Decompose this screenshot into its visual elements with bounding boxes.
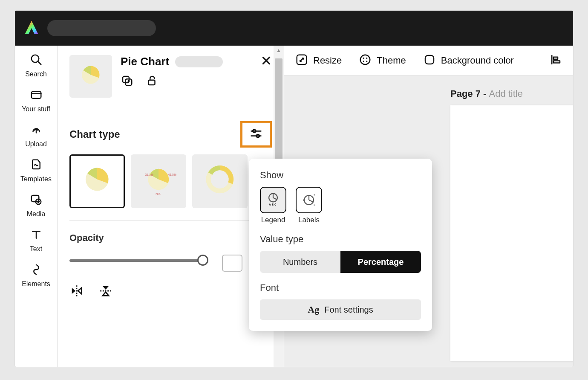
rail-label: Elements <box>22 280 50 288</box>
opacity-slider[interactable] <box>69 255 272 266</box>
adobe-logo-icon <box>23 19 40 37</box>
chart-type-pie-labeled[interactable]: 39.1%43.5%N/A <box>131 154 186 208</box>
sliders-icon <box>249 126 263 142</box>
scroll-up-arrow[interactable]: ▲ <box>274 46 284 55</box>
search-icon <box>30 53 43 68</box>
page-label[interactable]: Page 7 - Add title <box>450 88 523 99</box>
flip-horizontal-button[interactable] <box>69 284 84 300</box>
svg-rect-3 <box>31 195 39 202</box>
theme-button[interactable]: Theme <box>359 53 406 68</box>
align-icon <box>549 53 562 68</box>
value-type-numbers[interactable]: Numbers <box>260 251 340 273</box>
close-panel-button[interactable] <box>261 55 272 68</box>
rail-media[interactable]: Media <box>15 193 57 218</box>
rail-your-stuff[interactable]: Your stuff <box>15 88 57 113</box>
show-legend-toggle[interactable]: A B C Legend <box>260 187 286 224</box>
show-label: Labels <box>298 216 320 224</box>
page-number: Page 7 - <box>450 88 489 99</box>
media-icon <box>30 193 43 208</box>
show-labels-toggle[interactable]: 123 Labels <box>296 187 322 224</box>
toolbar-label: Theme <box>377 55 406 66</box>
toolbar-label: Background color <box>441 55 514 66</box>
labels-icon: 123 <box>296 187 322 213</box>
font-settings-label: Font settings <box>324 305 373 315</box>
opacity-section: Opacity <box>69 232 272 300</box>
value-type-segmented: Numbers Percentage <box>260 251 421 273</box>
rail-label: Your stuff <box>22 105 50 113</box>
rail-label: Media <box>27 210 46 218</box>
slider-track <box>69 259 206 262</box>
topbar <box>15 11 573 46</box>
rail-label: Upload <box>25 140 47 148</box>
svg-point-27 <box>366 57 367 58</box>
page-surface[interactable] <box>450 105 573 361</box>
svg-point-28 <box>363 61 364 62</box>
chart-thumbnail <box>69 55 112 98</box>
popover-show-label: Show <box>260 170 421 181</box>
resize-icon <box>295 53 308 68</box>
page-title-placeholder: Add title <box>489 88 523 99</box>
panel-title: Pie Chart <box>121 55 169 68</box>
rail-text[interactable]: Text <box>15 228 57 253</box>
rail-elements[interactable]: Elements <box>15 263 57 288</box>
opacity-input[interactable] <box>222 255 242 272</box>
left-rail: Search Your stuff Upload Templates Media… <box>15 46 58 367</box>
svg-text:3: 3 <box>314 203 315 206</box>
svg-point-29 <box>366 61 367 62</box>
rail-label: Search <box>25 70 47 78</box>
chart-type-section: Chart type 39.1%43.5%N/A <box>69 121 272 220</box>
rail-upload[interactable]: Upload <box>15 123 57 148</box>
show-label: Legend <box>261 216 285 224</box>
svg-text:2: 2 <box>314 194 315 197</box>
svg-rect-2 <box>31 92 41 99</box>
svg-text:39.1%: 39.1% <box>145 173 153 176</box>
canvas-toolbar: Resize Theme Background color <box>284 46 573 75</box>
font-settings-button[interactable]: Ag Font settings <box>260 299 421 320</box>
svg-rect-30 <box>425 55 434 64</box>
elements-icon <box>30 263 43 278</box>
popover-font-label: Font <box>260 282 421 293</box>
svg-text:43.5%: 43.5% <box>168 173 176 176</box>
svg-point-26 <box>363 57 364 58</box>
resize-button[interactable]: Resize <box>295 53 342 68</box>
section-title: Opacity <box>69 232 104 243</box>
svg-marker-20 <box>72 288 76 294</box>
svg-rect-33 <box>553 61 560 63</box>
chart-settings-popover: Show A B C Legend 123 Labels Value type … <box>249 159 432 331</box>
background-color-button[interactable]: Background color <box>423 53 514 68</box>
align-button[interactable] <box>549 53 562 68</box>
svg-point-25 <box>360 55 370 64</box>
svg-line-36 <box>273 198 277 200</box>
rail-templates[interactable]: Templates <box>15 158 57 183</box>
chart-type-pie[interactable] <box>69 154 125 208</box>
svg-marker-23 <box>103 292 109 296</box>
theme-icon <box>359 53 372 68</box>
upload-icon <box>30 123 43 138</box>
svg-text:1: 1 <box>303 198 305 201</box>
title-chip <box>175 56 223 67</box>
unlock-button[interactable] <box>145 74 158 89</box>
rail-search[interactable]: Search <box>15 53 57 78</box>
rail-label: Templates <box>20 175 52 183</box>
legend-icon: A B C <box>260 187 286 213</box>
duplicate-button[interactable] <box>121 74 133 89</box>
folder-icon <box>30 88 43 103</box>
templates-icon <box>30 158 43 173</box>
svg-line-1 <box>37 61 41 65</box>
popover-value-type-label: Value type <box>260 234 421 245</box>
value-type-percentage[interactable]: Percentage <box>340 251 421 273</box>
document-title-field[interactable] <box>47 20 156 36</box>
svg-text:A B C: A B C <box>269 203 277 206</box>
svg-line-40 <box>309 200 313 202</box>
text-icon <box>30 228 43 243</box>
chart-type-donut[interactable] <box>192 154 248 208</box>
svg-rect-9 <box>149 80 155 85</box>
flip-vertical-button[interactable] <box>98 284 113 300</box>
svg-text:N/A: N/A <box>156 192 161 195</box>
panel-header: Pie Chart <box>69 55 272 109</box>
slider-thumb[interactable] <box>197 255 208 266</box>
font-icon: Ag <box>308 304 319 315</box>
chart-settings-button[interactable] <box>240 121 272 148</box>
svg-marker-22 <box>103 286 109 290</box>
svg-rect-32 <box>553 57 558 59</box>
